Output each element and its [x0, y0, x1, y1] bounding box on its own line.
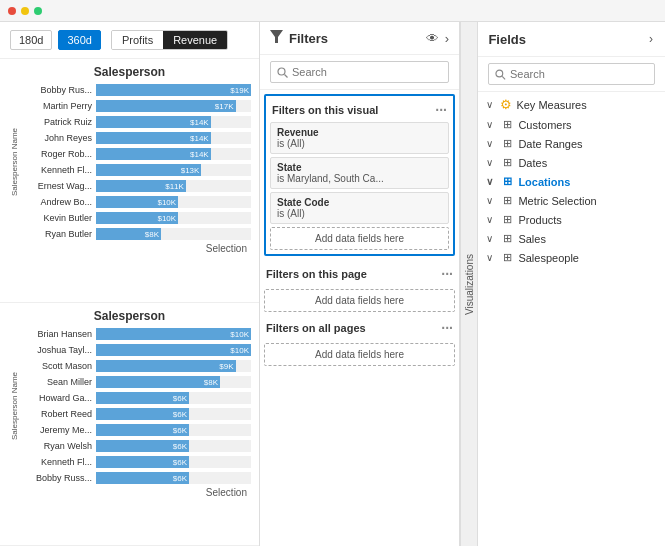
table-row: Kenneth Fl... $13K	[22, 163, 251, 177]
field-group-products-label: Products	[518, 214, 657, 226]
fields-search-input[interactable]	[510, 68, 648, 80]
filter-item-state[interactable]: State is Maryland, South Ca...	[270, 157, 449, 189]
add-data-all-button[interactable]: Add data fields here	[264, 343, 455, 366]
field-group-customers[interactable]: ∨ ⊞ Customers	[478, 115, 665, 134]
fields-title: Fields	[488, 32, 641, 47]
field-group-locations-label: Locations	[518, 176, 657, 188]
table-salespeople-icon: ⊞	[500, 251, 514, 264]
add-data-page-button[interactable]: Add data fields here	[264, 289, 455, 312]
filter-item-statecode-name: State Code	[277, 197, 442, 208]
time-180d-button[interactable]: 180d	[10, 30, 52, 50]
svg-line-2	[285, 74, 288, 77]
fields-search-box	[488, 63, 655, 85]
chart1-axis-label: Salesperson Name	[8, 83, 22, 241]
dot-green	[34, 7, 42, 15]
field-group-metric-selection[interactable]: ∨ ⊞ Metric Selection	[478, 191, 665, 210]
page-filter-section: Filters on this page ··· Add data fields…	[264, 262, 455, 312]
fields-header: Fields ›	[478, 22, 665, 57]
field-group-salespeople[interactable]: ∨ ⊞ Salespeople	[478, 248, 665, 267]
fields-panel: Fields › ∨ ⚙ Key Measures ∨	[478, 22, 665, 546]
field-group-date-ranges[interactable]: ∨ ⊞ Date Ranges	[478, 134, 665, 153]
svg-marker-0	[270, 30, 283, 43]
filter-item-revenue[interactable]: Revenue is (All)	[270, 122, 449, 154]
table-row: Kenneth Fl... $6K	[22, 455, 251, 469]
fields-search-icon	[495, 69, 506, 80]
field-group-metric-selection-label: Metric Selection	[518, 195, 657, 207]
field-group-sales-label: Sales	[518, 233, 657, 245]
all-filter-title: Filters on all pages	[266, 322, 366, 334]
filter-item-statecode-value: is (All)	[277, 208, 442, 219]
page-filter-header: Filters on this page ···	[264, 262, 455, 286]
expand-metric-selection-icon: ∨	[486, 195, 496, 206]
metric-toggle: Profits Revenue	[111, 30, 228, 50]
expand-customers-icon: ∨	[486, 119, 496, 130]
all-filter-options-icon[interactable]: ···	[441, 320, 453, 336]
all-filter-section: Filters on all pages ··· Add data fields…	[264, 316, 455, 366]
filter-search-input[interactable]	[292, 66, 442, 78]
table-row: John Reyes $14K	[22, 131, 251, 145]
field-group-products[interactable]: ∨ ⊞ Products	[478, 210, 665, 229]
table-row: Scott Mason $9K	[22, 359, 251, 373]
svg-point-3	[496, 70, 503, 77]
expand-products-icon: ∨	[486, 214, 496, 225]
expand-salespeople-icon: ∨	[486, 252, 496, 263]
search-icon	[277, 67, 288, 78]
table-row: Bobby Rus... $19K	[22, 83, 251, 97]
svg-line-4	[503, 76, 506, 79]
field-group-key-measures[interactable]: ∨ ⚙ Key Measures	[478, 94, 665, 115]
table-row: Bobby Russ... $6K	[22, 471, 251, 485]
time-360d-button[interactable]: 360d	[58, 30, 100, 50]
fields-collapse-button[interactable]: ›	[647, 30, 655, 48]
filter-header: Filters 👁 ›	[260, 22, 459, 55]
field-group-customers-label: Customers	[518, 119, 657, 131]
table-row: Martin Perry $17K	[22, 99, 251, 113]
chart1-bars: Bobby Rus... $19K Martin Perry $17K Patr…	[22, 83, 251, 241]
table-row: Robert Reed $6K	[22, 407, 251, 421]
filter-item-revenue-value: is (All)	[277, 138, 442, 149]
field-group-date-ranges-label: Date Ranges	[518, 138, 657, 150]
filter-item-state-name: State	[277, 162, 442, 173]
chart2-block: Salesperson Salesperson Name Brian Hanse…	[0, 303, 259, 547]
table-date-ranges-icon: ⊞	[500, 137, 514, 150]
field-group-salespeople-label: Salespeople	[518, 252, 657, 264]
page-filter-options-icon[interactable]: ···	[441, 266, 453, 282]
table-row: Patrick Ruiz $14K	[22, 115, 251, 129]
expand-locations-icon: ∨	[486, 176, 496, 187]
page-filter-title: Filters on this page	[266, 268, 367, 280]
field-group-sales[interactable]: ∨ ⊞ Sales	[478, 229, 665, 248]
time-controls: 180d 360d Profits Revenue	[0, 22, 259, 59]
visual-filter-header: Filters on this visual ···	[270, 100, 449, 122]
field-group-dates-label: Dates	[518, 157, 657, 169]
table-products-icon: ⊞	[500, 213, 514, 226]
revenue-toggle-button[interactable]: Revenue	[163, 31, 227, 49]
table-row: Ernest Wag... $11K	[22, 179, 251, 193]
visualizations-tab[interactable]: Visualizations	[460, 22, 478, 546]
visual-filter-group: Filters on this visual ··· Revenue is (A…	[264, 94, 455, 256]
table-row: Joshua Tayl... $10K	[22, 343, 251, 357]
table-row: Kevin Butler $10K	[22, 211, 251, 225]
add-data-visual-button[interactable]: Add data fields here	[270, 227, 449, 250]
visualizations-tab-label: Visualizations	[464, 254, 475, 315]
table-row: Andrew Bo... $10K	[22, 195, 251, 209]
chart1-selection-label: Selection	[8, 241, 251, 256]
svg-point-1	[278, 68, 285, 75]
field-group-dates[interactable]: ∨ ⊞ Dates	[478, 153, 665, 172]
chart1-title: Salesperson	[8, 65, 251, 79]
filter-icon	[270, 30, 283, 46]
chart2-axis-label: Salesperson Name	[8, 327, 22, 485]
table-row: Howard Ga... $6K	[22, 391, 251, 405]
filter-eye-icon[interactable]: 👁	[426, 31, 439, 46]
chart2-title: Salesperson	[8, 309, 251, 323]
visual-filter-options-icon[interactable]: ···	[435, 102, 447, 118]
profits-toggle-button[interactable]: Profits	[112, 31, 163, 49]
right-area: Visualizations Fields › ∨ ⚙ Key Measures	[460, 22, 665, 546]
table-row: Jeremy Me... $6K	[22, 423, 251, 437]
filter-item-statecode[interactable]: State Code is (All)	[270, 192, 449, 224]
table-dates-icon: ⊞	[500, 156, 514, 169]
field-group-locations[interactable]: ∨ ⊞ Locations	[478, 172, 665, 191]
field-group-key-measures-label: Key Measures	[516, 99, 657, 111]
table-row: Ryan Butler $8K	[22, 227, 251, 241]
filter-chevron-right-icon[interactable]: ›	[445, 31, 449, 46]
expand-dates-icon: ∨	[486, 157, 496, 168]
left-panel: 180d 360d Profits Revenue Salesperson Sa…	[0, 22, 260, 546]
